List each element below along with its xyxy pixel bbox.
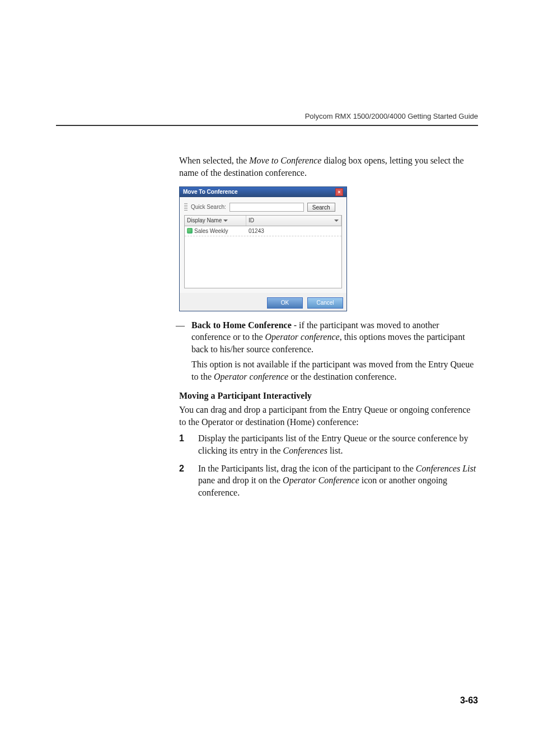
step1-emph: Conferences bbox=[283, 446, 327, 455]
quick-search-row: Quick Search: Search bbox=[184, 203, 342, 212]
subheading: Moving a Participant Interactively bbox=[179, 390, 478, 402]
step1-text-2: list. bbox=[327, 446, 343, 455]
bullet2-text-2: or the destination conference. bbox=[288, 372, 396, 381]
page-number: 3-63 bbox=[460, 696, 478, 706]
step2-text-2: pane and drop it on the bbox=[198, 475, 283, 485]
dialog-body: Quick Search: Search Display Name ID bbox=[180, 197, 346, 293]
dialog-button-row: OK Cancel bbox=[180, 293, 346, 311]
step-1: Display the participants list of the Ent… bbox=[179, 432, 478, 456]
drag-handle-icon bbox=[184, 203, 188, 211]
quick-search-input[interactable] bbox=[229, 203, 304, 212]
back-to-home-strong: Back to Home Conference bbox=[191, 320, 292, 330]
col-id[interactable]: ID bbox=[246, 216, 341, 226]
page-header-title: Polycom RMX 1500/2000/4000 Getting Start… bbox=[56, 112, 478, 120]
col-display-name[interactable]: Display Name bbox=[185, 216, 246, 226]
bullet-emph-1: Operator conference bbox=[265, 332, 339, 342]
move-to-conference-dialog: Move To Conference × Quick Search: Searc… bbox=[179, 186, 347, 311]
intro-paragraph: When selected, the Move to Conference di… bbox=[179, 155, 478, 179]
dialog-titlebar: Move To Conference × bbox=[180, 187, 346, 197]
step2-text-1: In the Participants list, drag the icon … bbox=[198, 464, 416, 473]
step2-emph-2: Operator Conference bbox=[283, 475, 359, 485]
col-id-label: ID bbox=[249, 217, 254, 225]
col-display-name-label: Display Name bbox=[187, 217, 222, 225]
conference-table: Display Name ID Sales Weekly 0124 bbox=[184, 215, 342, 288]
dialog-title: Move To Conference bbox=[183, 188, 238, 196]
step-2: In the Participants list, drag the icon … bbox=[179, 463, 478, 499]
quick-search-label: Quick Search: bbox=[191, 203, 226, 211]
header-rule bbox=[56, 125, 478, 126]
list-item-back-to-home: Back to Home Conference - if the partici… bbox=[191, 319, 478, 383]
cancel-button[interactable]: Cancel bbox=[307, 297, 343, 309]
sort-desc-icon bbox=[334, 220, 339, 222]
dash-list: Back to Home Conference - if the partici… bbox=[179, 319, 478, 383]
table-row[interactable]: Sales Weekly 01243 bbox=[185, 226, 341, 237]
step2-emph-1: Conferences List bbox=[416, 464, 476, 473]
ok-button[interactable]: OK bbox=[267, 297, 303, 309]
intro-text-1: When selected, the bbox=[179, 156, 249, 165]
table-header: Display Name ID bbox=[185, 216, 341, 226]
cell-id: 01243 bbox=[246, 226, 341, 236]
intro-emph: Move to Conference bbox=[249, 156, 321, 165]
row-name-text: Sales Weekly bbox=[194, 227, 228, 235]
cell-display-name: Sales Weekly bbox=[185, 226, 246, 236]
close-icon[interactable]: × bbox=[335, 188, 343, 196]
bullet2-emph: Operator conference bbox=[214, 372, 288, 381]
table-body: Sales Weekly 01243 bbox=[185, 226, 341, 288]
sub-intro: You can drag and drop a participant from… bbox=[179, 404, 478, 428]
numbered-steps: Display the participants list of the Ent… bbox=[179, 432, 478, 498]
bullet-para-2: This option is not available if the part… bbox=[191, 358, 478, 382]
sort-desc-icon bbox=[223, 220, 228, 222]
search-button[interactable]: Search bbox=[307, 203, 335, 212]
conference-icon bbox=[187, 228, 193, 234]
page-content: When selected, the Move to Conference di… bbox=[179, 155, 478, 504]
